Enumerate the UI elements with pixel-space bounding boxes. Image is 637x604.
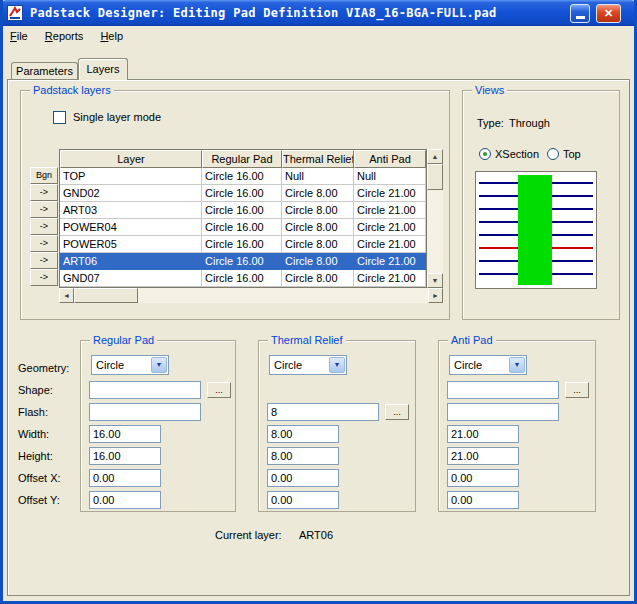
cell-regular-pad: Circle 16.00 — [202, 202, 282, 219]
scroll-left-icon[interactable]: ◄ — [59, 288, 74, 303]
horizontal-scrollbar[interactable]: ◄ ► — [59, 288, 443, 303]
column-header-thermal-relief[interactable]: Thermal Relief — [282, 150, 354, 168]
regular-shape-input[interactable] — [89, 381, 201, 399]
row-marker[interactable]: -> — [30, 269, 58, 286]
row-marker-begin[interactable]: Bgn — [30, 167, 58, 184]
anti-flash-input[interactable] — [447, 403, 559, 421]
regular-shape-browse-button[interactable]: ... — [207, 382, 231, 398]
scroll-up-icon[interactable]: ▲ — [427, 149, 443, 164]
regular-geometry-value: Circle — [96, 356, 124, 374]
regular-width-input[interactable] — [89, 425, 161, 443]
anti-width-input[interactable] — [447, 425, 519, 443]
tab-parameters[interactable]: Parameters — [11, 62, 78, 79]
anti-shape-input[interactable] — [447, 381, 559, 399]
cell-thermal-relief: Circle 8.00 — [282, 253, 354, 270]
current-layer-value: ART06 — [299, 529, 333, 541]
regular-pad-group: Regular Pad Circle ▼ ... — [80, 340, 236, 512]
single-layer-mode-checkbox[interactable] — [53, 111, 66, 124]
cell-regular-pad: Circle 16.00 — [202, 270, 282, 287]
table-row-gnd02[interactable]: GND02 Circle 16.00 Circle 8.00 Circle 21… — [60, 185, 426, 202]
cell-regular-pad: Circle 16.00 — [202, 236, 282, 253]
row-marker[interactable]: -> — [30, 201, 58, 218]
regular-offset-y-input[interactable] — [89, 491, 161, 509]
cell-thermal-relief: Circle 8.00 — [282, 236, 354, 253]
thermal-relief-group: Thermal Relief Circle ▼ ... — [258, 340, 416, 512]
cell-layer: GND07 — [60, 270, 202, 287]
cell-anti-pad: Circle 21.00 — [354, 253, 426, 270]
table-row-power04[interactable]: POWER04 Circle 16.00 Circle 8.00 Circle … — [60, 219, 426, 236]
thermal-geometry-select[interactable]: Circle ▼ — [269, 355, 347, 375]
top-radio-label: Top — [563, 148, 581, 160]
thermal-width-input[interactable] — [267, 425, 339, 443]
cell-thermal-relief: Circle 8.00 — [282, 185, 354, 202]
thermal-flash-input[interactable] — [267, 403, 379, 421]
scroll-down-icon[interactable]: ▼ — [427, 273, 443, 288]
cell-thermal-relief: Circle 8.00 — [282, 202, 354, 219]
regular-geometry-select[interactable]: Circle ▼ — [91, 355, 169, 375]
column-header-anti-pad[interactable]: Anti Pad — [354, 150, 426, 168]
flash-label: Flash: — [18, 406, 48, 418]
thermal-offset-x-input[interactable] — [267, 469, 339, 487]
anti-shape-browse-button[interactable]: ... — [565, 382, 589, 398]
views-group: Views Type: Through XSection Top — [462, 90, 620, 320]
close-button[interactable]: ✕ — [596, 4, 621, 23]
cell-anti-pad: Null — [354, 168, 426, 185]
single-layer-mode-label: Single layer mode — [73, 111, 161, 123]
menu-item-file[interactable]: File — [3, 27, 35, 47]
anti-offset-y-input[interactable] — [447, 491, 519, 509]
xsection-radio[interactable] — [479, 148, 491, 160]
column-header-layer[interactable]: Layer — [60, 150, 202, 168]
padstack-layers-group-title: Padstack layers — [30, 84, 114, 97]
anti-offset-x-input[interactable] — [447, 469, 519, 487]
table-row-art03[interactable]: ART03 Circle 16.00 Circle 8.00 Circle 21… — [60, 202, 426, 219]
regular-offset-x-input[interactable] — [89, 469, 161, 487]
xsection-radio-label: XSection — [495, 148, 539, 160]
cell-thermal-relief: Circle 8.00 — [282, 270, 354, 287]
horizontal-scrollbar-thumb[interactable] — [74, 288, 138, 303]
padstack-layers-group: Padstack layers Single layer mode Bgn ->… — [20, 90, 450, 320]
cell-regular-pad: Circle 16.00 — [202, 253, 282, 270]
anti-geometry-select[interactable]: Circle ▼ — [449, 355, 527, 375]
menu-bar: File Reports Help — [3, 27, 634, 47]
scroll-right-icon[interactable]: ► — [428, 288, 443, 303]
minimize-button[interactable] — [570, 4, 590, 23]
regular-flash-input[interactable] — [89, 403, 201, 421]
app-icon — [7, 5, 23, 21]
title-bar: Padstack Designer: Editing Pad Definitio… — [0, 0, 637, 26]
cell-anti-pad: Circle 21.00 — [354, 270, 426, 287]
row-marker[interactable]: -> — [30, 252, 58, 269]
views-group-title: Views — [472, 84, 507, 97]
thermal-offset-y-input[interactable] — [267, 491, 339, 509]
regular-pad-group-title: Regular Pad — [90, 334, 157, 347]
row-marker[interactable]: -> — [30, 218, 58, 235]
thermal-height-input[interactable] — [267, 447, 339, 465]
anti-pad-group-title: Anti Pad — [448, 334, 496, 347]
menu-item-help[interactable]: Help — [93, 27, 130, 47]
type-label: Type: — [477, 117, 504, 129]
table-row-top[interactable]: TOP Circle 16.00 Null Null — [60, 168, 426, 185]
top-radio[interactable] — [547, 148, 559, 160]
cell-regular-pad: Circle 16.00 — [202, 168, 282, 185]
regular-height-input[interactable] — [89, 447, 161, 465]
row-marker[interactable]: -> — [30, 184, 58, 201]
row-marker[interactable]: -> — [30, 235, 58, 252]
cell-anti-pad: Circle 21.00 — [354, 202, 426, 219]
current-layer-label: Current layer: — [215, 529, 282, 541]
thermal-flash-browse-button[interactable]: ... — [385, 404, 409, 420]
cell-thermal-relief: Null — [282, 168, 354, 185]
vertical-scrollbar-thumb[interactable] — [427, 164, 443, 190]
table-row-art06-selected[interactable]: ART06 Circle 16.00 Circle 8.00 Circle 21… — [60, 253, 426, 270]
height-label: Height: — [18, 450, 53, 462]
table-row-gnd07[interactable]: GND07 Circle 16.00 Circle 8.00 Circle 21… — [60, 270, 426, 287]
cell-anti-pad: Circle 21.00 — [354, 219, 426, 236]
table-row-power05[interactable]: POWER05 Circle 16.00 Circle 8.00 Circle … — [60, 236, 426, 253]
thermal-relief-group-title: Thermal Relief — [268, 334, 346, 347]
tab-layers[interactable]: Layers — [78, 58, 128, 80]
vertical-scrollbar[interactable]: ▲ ▼ — [427, 149, 443, 288]
column-header-regular-pad[interactable]: Regular Pad — [202, 150, 282, 168]
offset-x-label: Offset X: — [18, 472, 61, 484]
layers-table: Layer Regular Pad Thermal Relief Anti Pa… — [59, 149, 427, 288]
anti-height-input[interactable] — [447, 447, 519, 465]
menu-item-reports[interactable]: Reports — [38, 27, 91, 47]
shape-label: Shape: — [18, 384, 53, 396]
